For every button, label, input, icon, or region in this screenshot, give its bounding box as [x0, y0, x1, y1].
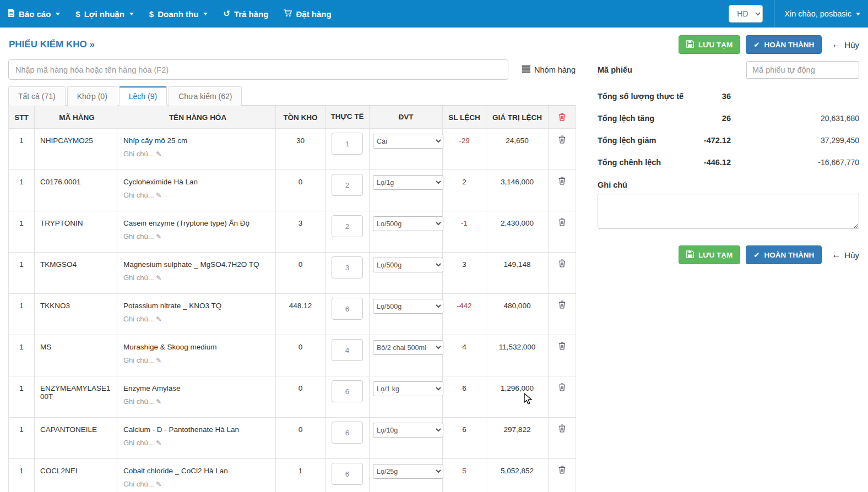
actual-qty-input[interactable] — [332, 174, 363, 196]
actual-qty-input[interactable] — [332, 380, 363, 402]
row-note-link[interactable]: Ghi chú... ✎ — [123, 439, 272, 447]
return-undo-icon: ↺ — [223, 9, 230, 19]
diff-value-cell: 5,052,852 — [486, 459, 549, 492]
table-row: 1 TRYPTONIN Casein enzyme (Tryptone type… — [9, 211, 576, 253]
unit-select[interactable]: Lọ/1g — [373, 175, 443, 190]
nav-revenue[interactable]: $ Doanh thu — [149, 9, 208, 19]
nav-returns[interactable]: ↺ Trả hàng — [223, 9, 268, 19]
complete-button-bottom[interactable]: ✔ HOÀN THÀNH — [746, 245, 822, 264]
row-note-link[interactable]: Ghi chú... ✎ — [123, 232, 272, 240]
sheet-code-label: Mã phiếu — [598, 65, 632, 74]
delete-row-icon[interactable] — [558, 177, 566, 187]
cancel-button[interactable]: ← Hủy — [832, 39, 859, 50]
delete-row-icon[interactable] — [558, 135, 566, 145]
stock-cell: 0 — [276, 418, 326, 459]
actual-qty-input[interactable] — [332, 133, 363, 155]
pencil-icon: ✎ — [156, 315, 161, 323]
actual-qty-input[interactable] — [332, 463, 363, 485]
stt-cell: 1 — [9, 376, 35, 418]
floppy-save-icon — [686, 250, 694, 260]
nav-report[interactable]: Báo cáo — [8, 9, 60, 19]
chevron-down-icon — [56, 13, 60, 15]
sheet-code-input[interactable] — [746, 61, 859, 79]
diff-value-cell: 11,532,000 — [486, 335, 549, 376]
unit-select[interactable]: Lọ/1 kg — [373, 381, 443, 396]
unit-select[interactable]: Lọ/25g — [373, 464, 443, 479]
delete-row-icon[interactable] — [558, 383, 566, 393]
cancel-button-bottom[interactable]: ← Hủy — [832, 249, 859, 260]
unit-select[interactable]: Cái — [373, 134, 443, 149]
col-stock: TỒN KHO — [276, 106, 326, 129]
unit-select[interactable]: Lọ/500g — [373, 299, 443, 314]
stock-cell: 1 — [276, 459, 326, 492]
row-note-link[interactable]: Ghi chú... ✎ — [123, 274, 272, 282]
row-note-link[interactable]: Ghi chú... ✎ — [123, 356, 272, 364]
delete-row-icon[interactable] — [558, 466, 566, 475]
note-textarea[interactable] — [598, 194, 859, 229]
product-group-button[interactable]: Nhóm hàng — [522, 65, 576, 74]
stt-cell: 1 — [9, 294, 35, 335]
cart-icon — [284, 9, 292, 19]
diff-cell: 2 — [443, 170, 486, 211]
tab-matched[interactable]: Khớp (0) — [67, 86, 117, 106]
stt-cell: 1 — [9, 170, 35, 211]
item-name: Nhíp cấy mô 25 cm — [123, 136, 272, 145]
item-code: TKMGSO4 — [35, 253, 117, 294]
delete-row-icon[interactable] — [558, 218, 566, 228]
save-temp-button[interactable]: LƯU TẠM — [679, 35, 740, 54]
chevron-down-icon — [129, 13, 134, 15]
actual-qty-input[interactable] — [332, 215, 363, 237]
floppy-save-icon — [686, 40, 694, 50]
delete-row-icon[interactable] — [558, 300, 566, 310]
actual-qty-input[interactable] — [332, 339, 363, 361]
nav-profit[interactable]: $ Lợi nhuận — [75, 9, 134, 19]
delete-row-icon[interactable] — [558, 424, 566, 434]
stock-cell: 0 — [276, 170, 326, 211]
actual-qty-input[interactable] — [332, 256, 363, 278]
user-menu[interactable]: Xin chào, posbasic — [784, 9, 860, 18]
col-name: TÊN HÀNG HÓA — [117, 106, 276, 129]
actual-qty-input[interactable] — [332, 298, 363, 320]
row-note-link[interactable]: Ghi chú... ✎ — [123, 480, 272, 488]
pencil-icon: ✎ — [156, 357, 161, 364]
item-name: Cycloheximide Hà Lan — [123, 178, 272, 186]
item-code: MS — [35, 335, 117, 376]
delete-row-icon[interactable] — [558, 342, 566, 352]
arrow-left-icon: ← — [832, 249, 841, 260]
table-row: 1 TKKNO3 Potassium nitrate _ KNO3 TQ Ghi… — [9, 294, 576, 335]
diff-cell: 5 — [443, 459, 486, 492]
complete-button[interactable]: ✔ HOÀN THÀNH — [746, 35, 822, 54]
diff-value-cell: 480,000 — [486, 294, 549, 335]
unit-select[interactable]: Lọ/10g — [373, 423, 443, 438]
branch-select[interactable]: HD — [729, 5, 763, 23]
unit-select[interactable]: Lọ/500g — [373, 258, 443, 272]
list-icon — [522, 65, 530, 74]
arrow-left-icon: ← — [832, 39, 841, 50]
inventory-table: STT MÃ HÀNG TÊN HÀNG HÓA TỒN KHO THỰC TẾ… — [8, 106, 576, 492]
row-note-link[interactable]: Ghi chú... ✎ — [123, 397, 272, 406]
save-temp-button-bottom[interactable]: LƯU TẠM — [679, 245, 740, 264]
actual-qty-input[interactable] — [332, 422, 363, 444]
tab-unchecked[interactable]: Chưa kiểm (62) — [169, 86, 242, 106]
delete-all-icon[interactable] — [549, 106, 576, 129]
row-note-link[interactable]: Ghi chú... ✎ — [123, 315, 272, 323]
item-name: Enzyme Amylase — [123, 384, 272, 392]
search-input[interactable] — [8, 59, 508, 80]
summary-row-increase: Tổng lệch tăng 26 20,631,680 — [598, 114, 859, 123]
row-note-link[interactable]: Ghi chú... ✎ — [123, 191, 272, 199]
unit-select[interactable]: Bộ/2 chai 500ml — [373, 340, 443, 355]
table-row: 1 MS Murashige & Skoog medium Ghi chú...… — [9, 335, 576, 376]
diff-value-cell: 1,296,000 — [486, 376, 549, 418]
unit-select[interactable]: Lọ/500g — [373, 216, 443, 231]
stock-cell: 0 — [276, 253, 326, 294]
item-code: TKKNO3 — [35, 294, 117, 335]
tab-all[interactable]: Tất cả (71) — [8, 86, 66, 106]
pencil-icon: ✎ — [156, 233, 161, 240]
note-label: Ghi chú — [598, 181, 859, 189]
item-name: Calcium - D - Pantothenate Hà Lan — [123, 425, 272, 434]
row-note-link[interactable]: Ghi chú... ✎ — [123, 150, 272, 158]
delete-row-icon[interactable] — [558, 259, 566, 269]
diff-cell: -442 — [443, 294, 486, 335]
tab-mismatched[interactable]: Lệch (9) — [119, 86, 167, 106]
nav-orders[interactable]: Đặt hàng — [284, 9, 331, 19]
